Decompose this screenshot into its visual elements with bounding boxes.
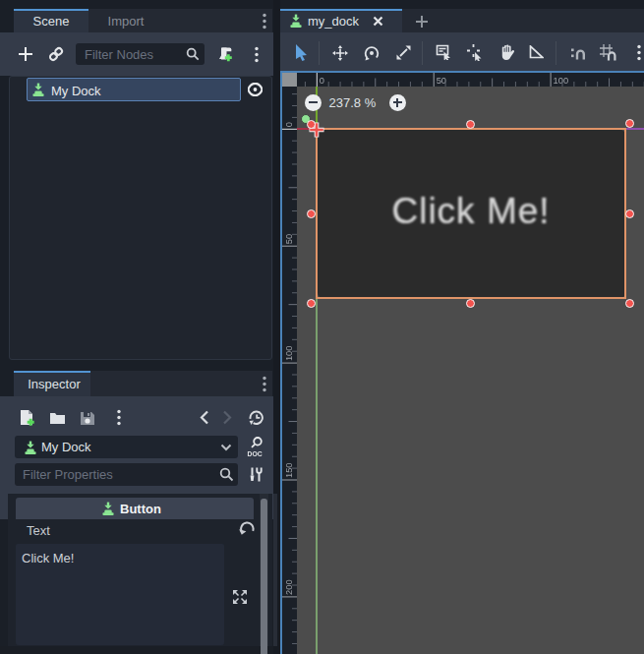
svg-text:100: 100 (553, 75, 568, 85)
svg-text:50: 50 (284, 233, 294, 243)
svg-text:100: 100 (284, 345, 294, 361)
svg-text:DOC: DOC (248, 450, 263, 457)
svg-text:150: 150 (284, 462, 294, 478)
svg-text:0: 0 (319, 75, 323, 85)
svg-text:0: 0 (284, 122, 294, 127)
svg-text:200: 200 (284, 579, 294, 595)
svg-text:50: 50 (436, 75, 445, 85)
